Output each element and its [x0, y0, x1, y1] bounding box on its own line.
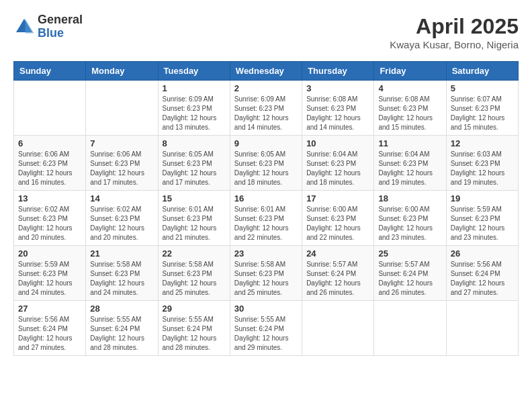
day-cell: 30Sunrise: 5:55 AM Sunset: 6:24 PM Dayli…	[230, 301, 302, 356]
day-cell: 17Sunrise: 6:00 AM Sunset: 6:23 PM Dayli…	[302, 191, 374, 246]
day-number: 28	[90, 304, 153, 314]
logo-general-text: General	[38, 13, 83, 27]
svg-marker-1	[26, 19, 34, 34]
day-cell	[446, 301, 518, 356]
day-cell	[302, 301, 374, 356]
day-info: Sunrise: 6:01 AM Sunset: 6:23 PM Dayligh…	[234, 205, 298, 242]
day-number: 4	[378, 83, 441, 93]
week-row-2: 6Sunrise: 6:06 AM Sunset: 6:23 PM Daylig…	[14, 136, 519, 191]
day-number: 16	[234, 193, 298, 203]
weekday-tuesday: Tuesday	[158, 62, 230, 81]
day-info: Sunrise: 6:01 AM Sunset: 6:23 PM Dayligh…	[163, 205, 226, 242]
day-cell: 12Sunrise: 6:03 AM Sunset: 6:23 PM Dayli…	[446, 136, 518, 191]
day-number: 15	[163, 193, 226, 203]
day-cell: 18Sunrise: 6:00 AM Sunset: 6:23 PM Dayli…	[374, 191, 446, 246]
day-number: 20	[18, 248, 81, 259]
day-number: 3	[306, 83, 369, 93]
logo: General Blue	[13, 13, 83, 40]
page-header: General Blue April 2025 Kwaya Kusar, Bor…	[13, 13, 519, 50]
title-section: April 2025 Kwaya Kusar, Borno, Nigeria	[390, 13, 519, 50]
day-info: Sunrise: 5:55 AM Sunset: 6:24 PM Dayligh…	[90, 315, 153, 353]
day-info: Sunrise: 5:59 AM Sunset: 6:23 PM Dayligh…	[18, 260, 81, 298]
day-number: 27	[18, 304, 81, 314]
day-info: Sunrise: 5:59 AM Sunset: 6:23 PM Dayligh…	[451, 205, 514, 242]
day-number: 18	[378, 193, 441, 203]
day-info: Sunrise: 6:05 AM Sunset: 6:23 PM Dayligh…	[234, 150, 298, 187]
day-number: 10	[306, 138, 369, 148]
day-number: 19	[451, 193, 514, 203]
day-number: 1	[163, 83, 226, 93]
week-row-5: 27Sunrise: 5:56 AM Sunset: 6:24 PM Dayli…	[14, 301, 519, 356]
location-title: Kwaya Kusar, Borno, Nigeria	[390, 39, 519, 50]
day-info: Sunrise: 5:58 AM Sunset: 6:23 PM Dayligh…	[90, 260, 153, 298]
day-info: Sunrise: 5:55 AM Sunset: 6:24 PM Dayligh…	[234, 315, 298, 353]
day-cell: 26Sunrise: 5:56 AM Sunset: 6:24 PM Dayli…	[446, 246, 518, 301]
day-number: 21	[90, 248, 153, 259]
day-cell	[374, 301, 446, 356]
day-number: 13	[18, 193, 81, 203]
day-cell: 25Sunrise: 5:57 AM Sunset: 6:24 PM Dayli…	[374, 246, 446, 301]
day-cell	[86, 81, 158, 136]
day-number: 9	[234, 138, 298, 148]
day-cell: 13Sunrise: 6:02 AM Sunset: 6:23 PM Dayli…	[14, 191, 86, 246]
day-number: 6	[18, 138, 81, 148]
day-info: Sunrise: 6:06 AM Sunset: 6:23 PM Dayligh…	[90, 150, 153, 187]
day-info: Sunrise: 5:57 AM Sunset: 6:24 PM Dayligh…	[378, 260, 441, 298]
day-info: Sunrise: 6:09 AM Sunset: 6:23 PM Dayligh…	[163, 95, 226, 132]
day-info: Sunrise: 5:55 AM Sunset: 6:24 PM Dayligh…	[163, 315, 226, 353]
day-cell: 23Sunrise: 5:58 AM Sunset: 6:23 PM Dayli…	[230, 246, 302, 301]
week-row-3: 13Sunrise: 6:02 AM Sunset: 6:23 PM Dayli…	[14, 191, 519, 246]
weekday-thursday: Thursday	[302, 62, 374, 81]
day-cell: 28Sunrise: 5:55 AM Sunset: 6:24 PM Dayli…	[86, 301, 158, 356]
day-number: 26	[451, 248, 514, 259]
day-cell: 21Sunrise: 5:58 AM Sunset: 6:23 PM Dayli…	[86, 246, 158, 301]
day-number: 12	[451, 138, 514, 148]
day-info: Sunrise: 5:57 AM Sunset: 6:24 PM Dayligh…	[306, 260, 369, 298]
day-info: Sunrise: 5:56 AM Sunset: 6:24 PM Dayligh…	[451, 260, 514, 298]
month-title: April 2025	[390, 13, 519, 39]
day-cell: 5Sunrise: 6:07 AM Sunset: 6:23 PM Daylig…	[446, 81, 518, 136]
day-info: Sunrise: 5:58 AM Sunset: 6:23 PM Dayligh…	[163, 260, 226, 298]
day-cell: 9Sunrise: 6:05 AM Sunset: 6:23 PM Daylig…	[230, 136, 302, 191]
day-cell: 19Sunrise: 5:59 AM Sunset: 6:23 PM Dayli…	[446, 191, 518, 246]
day-cell: 8Sunrise: 6:05 AM Sunset: 6:23 PM Daylig…	[158, 136, 230, 191]
weekday-saturday: Saturday	[446, 62, 518, 81]
day-cell: 2Sunrise: 6:09 AM Sunset: 6:23 PM Daylig…	[230, 81, 302, 136]
day-number: 23	[234, 248, 298, 259]
day-number: 8	[163, 138, 226, 148]
day-cell: 7Sunrise: 6:06 AM Sunset: 6:23 PM Daylig…	[86, 136, 158, 191]
day-info: Sunrise: 6:00 AM Sunset: 6:23 PM Dayligh…	[306, 205, 369, 242]
calendar-table: SundayMondayTuesdayWednesdayThursdayFrid…	[13, 61, 519, 356]
day-cell	[14, 81, 86, 136]
day-info: Sunrise: 6:08 AM Sunset: 6:23 PM Dayligh…	[306, 95, 369, 132]
day-number: 29	[163, 304, 226, 314]
weekday-wednesday: Wednesday	[230, 62, 302, 81]
day-info: Sunrise: 6:02 AM Sunset: 6:23 PM Dayligh…	[18, 205, 81, 242]
logo-text: General Blue	[38, 13, 83, 40]
day-number: 7	[90, 138, 153, 148]
day-info: Sunrise: 6:00 AM Sunset: 6:23 PM Dayligh…	[378, 205, 441, 242]
day-info: Sunrise: 5:56 AM Sunset: 6:24 PM Dayligh…	[18, 315, 81, 353]
day-info: Sunrise: 6:02 AM Sunset: 6:23 PM Dayligh…	[90, 205, 153, 242]
day-cell: 20Sunrise: 5:59 AM Sunset: 6:23 PM Dayli…	[14, 246, 86, 301]
day-cell: 1Sunrise: 6:09 AM Sunset: 6:23 PM Daylig…	[158, 81, 230, 136]
day-info: Sunrise: 6:03 AM Sunset: 6:23 PM Dayligh…	[451, 150, 514, 187]
week-row-1: 1Sunrise: 6:09 AM Sunset: 6:23 PM Daylig…	[14, 81, 519, 136]
day-cell: 11Sunrise: 6:04 AM Sunset: 6:23 PM Dayli…	[374, 136, 446, 191]
day-cell: 4Sunrise: 6:08 AM Sunset: 6:23 PM Daylig…	[374, 81, 446, 136]
day-number: 14	[90, 193, 153, 203]
weekday-friday: Friday	[374, 62, 446, 81]
day-cell: 6Sunrise: 6:06 AM Sunset: 6:23 PM Daylig…	[14, 136, 86, 191]
day-info: Sunrise: 6:08 AM Sunset: 6:23 PM Dayligh…	[378, 95, 441, 132]
day-number: 24	[306, 248, 369, 259]
day-number: 25	[378, 248, 441, 259]
logo-blue-text: Blue	[38, 27, 83, 40]
day-info: Sunrise: 6:09 AM Sunset: 6:23 PM Dayligh…	[234, 95, 298, 132]
logo-icon	[13, 16, 35, 38]
day-cell: 10Sunrise: 6:04 AM Sunset: 6:23 PM Dayli…	[302, 136, 374, 191]
day-info: Sunrise: 6:05 AM Sunset: 6:23 PM Dayligh…	[163, 150, 226, 187]
day-number: 2	[234, 83, 298, 93]
day-cell: 29Sunrise: 5:55 AM Sunset: 6:24 PM Dayli…	[158, 301, 230, 356]
day-info: Sunrise: 6:07 AM Sunset: 6:23 PM Dayligh…	[451, 95, 514, 132]
day-cell: 27Sunrise: 5:56 AM Sunset: 6:24 PM Dayli…	[14, 301, 86, 356]
